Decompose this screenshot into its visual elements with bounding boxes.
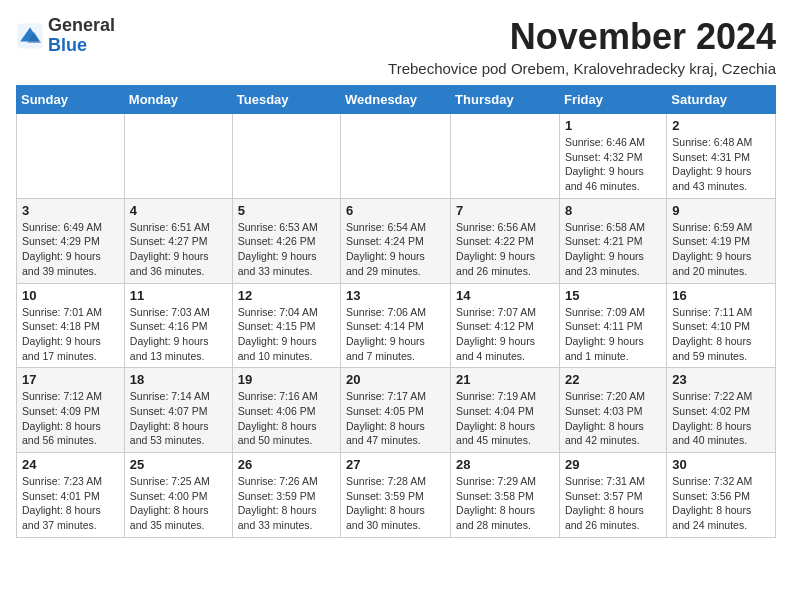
- calendar-cell: 25Sunrise: 7:25 AM Sunset: 4:00 PM Dayli…: [124, 453, 232, 538]
- day-info: Sunrise: 7:26 AM Sunset: 3:59 PM Dayligh…: [238, 474, 335, 533]
- day-info: Sunrise: 7:11 AM Sunset: 4:10 PM Dayligh…: [672, 305, 770, 364]
- day-number: 12: [238, 288, 335, 303]
- day-number: 26: [238, 457, 335, 472]
- day-number: 15: [565, 288, 661, 303]
- day-info: Sunrise: 7:19 AM Sunset: 4:04 PM Dayligh…: [456, 389, 554, 448]
- day-number: 5: [238, 203, 335, 218]
- day-info: Sunrise: 7:12 AM Sunset: 4:09 PM Dayligh…: [22, 389, 119, 448]
- day-number: 6: [346, 203, 445, 218]
- day-number: 18: [130, 372, 227, 387]
- day-number: 29: [565, 457, 661, 472]
- logo-general-text: General: [48, 15, 115, 35]
- day-info: Sunrise: 7:07 AM Sunset: 4:12 PM Dayligh…: [456, 305, 554, 364]
- calendar-cell: [341, 114, 451, 199]
- calendar-cell: [124, 114, 232, 199]
- day-number: 30: [672, 457, 770, 472]
- calendar-cell: 14Sunrise: 7:07 AM Sunset: 4:12 PM Dayli…: [451, 283, 560, 368]
- weekday-header-friday: Friday: [559, 86, 666, 114]
- weekday-header-sunday: Sunday: [17, 86, 125, 114]
- day-number: 22: [565, 372, 661, 387]
- day-info: Sunrise: 7:09 AM Sunset: 4:11 PM Dayligh…: [565, 305, 661, 364]
- day-number: 11: [130, 288, 227, 303]
- day-number: 4: [130, 203, 227, 218]
- weekday-header-thursday: Thursday: [451, 86, 560, 114]
- day-number: 2: [672, 118, 770, 133]
- day-number: 1: [565, 118, 661, 133]
- day-number: 16: [672, 288, 770, 303]
- day-info: Sunrise: 6:58 AM Sunset: 4:21 PM Dayligh…: [565, 220, 661, 279]
- day-number: 13: [346, 288, 445, 303]
- subtitle: Trebechovice pod Orebem, Kralovehradecky…: [388, 60, 776, 77]
- day-number: 20: [346, 372, 445, 387]
- day-info: Sunrise: 7:23 AM Sunset: 4:01 PM Dayligh…: [22, 474, 119, 533]
- day-info: Sunrise: 7:14 AM Sunset: 4:07 PM Dayligh…: [130, 389, 227, 448]
- calendar-cell: 21Sunrise: 7:19 AM Sunset: 4:04 PM Dayli…: [451, 368, 560, 453]
- day-info: Sunrise: 6:56 AM Sunset: 4:22 PM Dayligh…: [456, 220, 554, 279]
- day-info: Sunrise: 7:25 AM Sunset: 4:00 PM Dayligh…: [130, 474, 227, 533]
- day-info: Sunrise: 7:22 AM Sunset: 4:02 PM Dayligh…: [672, 389, 770, 448]
- calendar-cell: [451, 114, 560, 199]
- calendar-cell: 10Sunrise: 7:01 AM Sunset: 4:18 PM Dayli…: [17, 283, 125, 368]
- weekday-header-monday: Monday: [124, 86, 232, 114]
- day-number: 23: [672, 372, 770, 387]
- week-row-1: 1Sunrise: 6:46 AM Sunset: 4:32 PM Daylig…: [17, 114, 776, 199]
- day-info: Sunrise: 6:46 AM Sunset: 4:32 PM Dayligh…: [565, 135, 661, 194]
- day-info: Sunrise: 6:59 AM Sunset: 4:19 PM Dayligh…: [672, 220, 770, 279]
- title-block: November 2024 Trebechovice pod Orebem, K…: [388, 16, 776, 77]
- day-info: Sunrise: 7:06 AM Sunset: 4:14 PM Dayligh…: [346, 305, 445, 364]
- day-number: 14: [456, 288, 554, 303]
- calendar-cell: 24Sunrise: 7:23 AM Sunset: 4:01 PM Dayli…: [17, 453, 125, 538]
- calendar-cell: 3Sunrise: 6:49 AM Sunset: 4:29 PM Daylig…: [17, 198, 125, 283]
- calendar-cell: 29Sunrise: 7:31 AM Sunset: 3:57 PM Dayli…: [559, 453, 666, 538]
- calendar-cell: [232, 114, 340, 199]
- week-row-3: 10Sunrise: 7:01 AM Sunset: 4:18 PM Dayli…: [17, 283, 776, 368]
- day-number: 8: [565, 203, 661, 218]
- day-number: 3: [22, 203, 119, 218]
- calendar-cell: 15Sunrise: 7:09 AM Sunset: 4:11 PM Dayli…: [559, 283, 666, 368]
- day-number: 25: [130, 457, 227, 472]
- calendar-cell: 20Sunrise: 7:17 AM Sunset: 4:05 PM Dayli…: [341, 368, 451, 453]
- day-number: 24: [22, 457, 119, 472]
- calendar-cell: 18Sunrise: 7:14 AM Sunset: 4:07 PM Dayli…: [124, 368, 232, 453]
- day-number: 27: [346, 457, 445, 472]
- calendar-cell: 22Sunrise: 7:20 AM Sunset: 4:03 PM Dayli…: [559, 368, 666, 453]
- day-info: Sunrise: 7:20 AM Sunset: 4:03 PM Dayligh…: [565, 389, 661, 448]
- calendar-cell: 19Sunrise: 7:16 AM Sunset: 4:06 PM Dayli…: [232, 368, 340, 453]
- calendar-cell: 8Sunrise: 6:58 AM Sunset: 4:21 PM Daylig…: [559, 198, 666, 283]
- calendar-cell: 27Sunrise: 7:28 AM Sunset: 3:59 PM Dayli…: [341, 453, 451, 538]
- day-info: Sunrise: 7:31 AM Sunset: 3:57 PM Dayligh…: [565, 474, 661, 533]
- weekday-header-tuesday: Tuesday: [232, 86, 340, 114]
- day-number: 19: [238, 372, 335, 387]
- day-number: 7: [456, 203, 554, 218]
- header: General Blue November 2024 Trebechovice …: [16, 16, 776, 77]
- calendar-cell: 26Sunrise: 7:26 AM Sunset: 3:59 PM Dayli…: [232, 453, 340, 538]
- calendar-cell: 30Sunrise: 7:32 AM Sunset: 3:56 PM Dayli…: [667, 453, 776, 538]
- calendar-cell: 1Sunrise: 6:46 AM Sunset: 4:32 PM Daylig…: [559, 114, 666, 199]
- day-info: Sunrise: 7:03 AM Sunset: 4:16 PM Dayligh…: [130, 305, 227, 364]
- day-info: Sunrise: 6:53 AM Sunset: 4:26 PM Dayligh…: [238, 220, 335, 279]
- calendar-cell: 23Sunrise: 7:22 AM Sunset: 4:02 PM Dayli…: [667, 368, 776, 453]
- calendar-cell: [17, 114, 125, 199]
- month-title: November 2024: [388, 16, 776, 58]
- calendar-cell: 17Sunrise: 7:12 AM Sunset: 4:09 PM Dayli…: [17, 368, 125, 453]
- day-info: Sunrise: 6:49 AM Sunset: 4:29 PM Dayligh…: [22, 220, 119, 279]
- day-number: 9: [672, 203, 770, 218]
- calendar-cell: 11Sunrise: 7:03 AM Sunset: 4:16 PM Dayli…: [124, 283, 232, 368]
- week-row-5: 24Sunrise: 7:23 AM Sunset: 4:01 PM Dayli…: [17, 453, 776, 538]
- calendar-cell: 13Sunrise: 7:06 AM Sunset: 4:14 PM Dayli…: [341, 283, 451, 368]
- weekday-header-saturday: Saturday: [667, 86, 776, 114]
- calendar-cell: 28Sunrise: 7:29 AM Sunset: 3:58 PM Dayli…: [451, 453, 560, 538]
- day-number: 10: [22, 288, 119, 303]
- calendar-cell: 16Sunrise: 7:11 AM Sunset: 4:10 PM Dayli…: [667, 283, 776, 368]
- calendar-cell: 4Sunrise: 6:51 AM Sunset: 4:27 PM Daylig…: [124, 198, 232, 283]
- day-number: 17: [22, 372, 119, 387]
- weekday-header-row: SundayMondayTuesdayWednesdayThursdayFrid…: [17, 86, 776, 114]
- day-info: Sunrise: 7:04 AM Sunset: 4:15 PM Dayligh…: [238, 305, 335, 364]
- calendar-cell: 7Sunrise: 6:56 AM Sunset: 4:22 PM Daylig…: [451, 198, 560, 283]
- logo-icon: [16, 22, 44, 50]
- day-info: Sunrise: 7:17 AM Sunset: 4:05 PM Dayligh…: [346, 389, 445, 448]
- week-row-2: 3Sunrise: 6:49 AM Sunset: 4:29 PM Daylig…: [17, 198, 776, 283]
- day-info: Sunrise: 6:54 AM Sunset: 4:24 PM Dayligh…: [346, 220, 445, 279]
- day-info: Sunrise: 7:01 AM Sunset: 4:18 PM Dayligh…: [22, 305, 119, 364]
- calendar-cell: 5Sunrise: 6:53 AM Sunset: 4:26 PM Daylig…: [232, 198, 340, 283]
